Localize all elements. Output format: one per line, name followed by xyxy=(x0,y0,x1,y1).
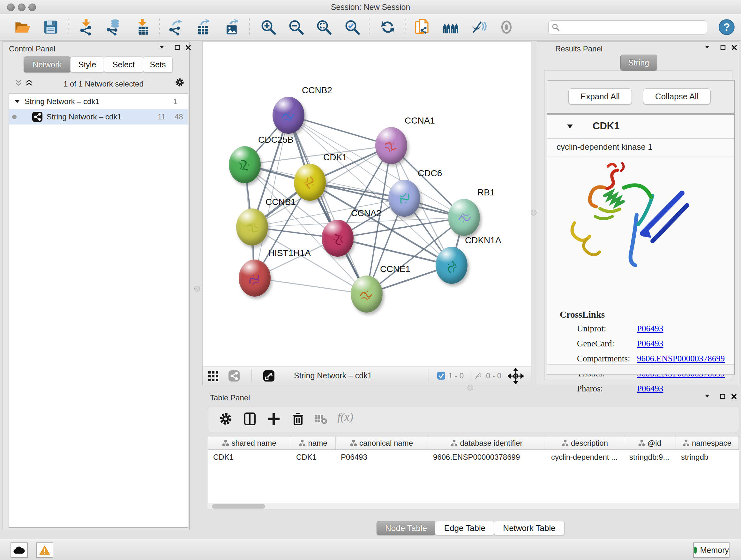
add-column-icon[interactable] xyxy=(266,412,282,427)
zoom-out-icon[interactable] xyxy=(288,19,305,36)
control-panel-float-icon[interactable] xyxy=(174,44,182,51)
column-header--id[interactable]: @id xyxy=(624,436,676,449)
tab-select[interactable]: Select xyxy=(104,57,144,72)
network-collection-row[interactable]: String Network – cdk1 1 xyxy=(9,94,188,109)
crosslink-link[interactable]: P06493 xyxy=(637,324,664,334)
network-edge[interactable] xyxy=(338,238,452,265)
refresh-layout-icon[interactable] xyxy=(380,19,396,36)
protein-node-cdkn1a[interactable] xyxy=(435,247,468,284)
left-splitter-handle[interactable] xyxy=(194,286,200,292)
zoom-fit-icon[interactable] xyxy=(316,19,332,36)
crosslink-link[interactable]: P06493 xyxy=(637,339,664,349)
grid-view-icon[interactable] xyxy=(208,371,219,383)
open-session-icon[interactable] xyxy=(14,19,31,36)
selected-checkbox-icon[interactable] xyxy=(437,371,446,381)
results-panel-collapse-icon[interactable] xyxy=(704,44,712,51)
protein-node-cdc25b[interactable] xyxy=(229,146,261,183)
protein-node-cdk1[interactable] xyxy=(294,164,326,201)
table-panel-collapse-icon[interactable] xyxy=(704,393,712,400)
column-header-namespace[interactable]: namespace xyxy=(676,436,739,449)
show-all-icon[interactable] xyxy=(498,19,515,36)
import-table-icon[interactable] xyxy=(134,19,151,36)
tab-network-table[interactable]: Network Table xyxy=(494,521,564,535)
table-settings-gear-icon[interactable] xyxy=(218,412,233,427)
table-cell[interactable]: CDK1 xyxy=(208,450,291,464)
table-horizontal-scrollbar[interactable] xyxy=(208,503,739,509)
protein-node-cdc6[interactable] xyxy=(388,180,420,217)
tab-edge-table[interactable]: Edge Table xyxy=(435,521,495,535)
delete-column-icon[interactable] xyxy=(291,412,306,427)
network-options-gear-icon[interactable] xyxy=(175,78,185,87)
results-panel-float-icon[interactable] xyxy=(720,44,728,51)
warning-status-icon[interactable] xyxy=(36,543,53,558)
collapse-all-button[interactable]: Collapse All xyxy=(643,88,711,105)
table-panel-close-icon[interactable] xyxy=(731,393,738,400)
network-edge[interactable] xyxy=(255,278,367,294)
hide-selected-icon[interactable] xyxy=(470,19,487,36)
control-panel-close-icon[interactable] xyxy=(185,44,193,51)
birdseye-view-icon[interactable] xyxy=(263,370,275,383)
zoom-selected-icon[interactable] xyxy=(344,19,360,36)
horizontal-splitter-handle[interactable] xyxy=(468,385,473,390)
first-neighbors-icon[interactable] xyxy=(442,19,459,36)
network-view-share-icon[interactable] xyxy=(228,370,240,383)
tab-node-table[interactable]: Node Table xyxy=(377,521,435,535)
table-cell[interactable]: stringdb xyxy=(676,450,739,464)
protein-node-hist1h1a[interactable] xyxy=(239,260,271,297)
table-toolbar: f(x) xyxy=(208,406,739,432)
tree-expand-icon[interactable] xyxy=(14,99,20,104)
help-icon[interactable]: ? xyxy=(718,19,735,36)
column-header-database-identifier[interactable]: database identifier xyxy=(428,436,546,449)
protein-header-row[interactable]: CDK1 xyxy=(547,115,734,138)
expand-all-button[interactable]: Expand All xyxy=(568,88,632,105)
tab-style[interactable]: Style xyxy=(70,57,105,72)
table-cell[interactable]: 9606.ENSP00000378699 xyxy=(428,450,546,464)
protein-node-ccna1[interactable] xyxy=(375,127,407,164)
table-cell[interactable]: stringdb:9... xyxy=(624,450,676,464)
export-table-icon[interactable] xyxy=(195,19,212,36)
scrollbar-thumb[interactable] xyxy=(212,504,265,509)
network-canvas[interactable]: CCNB2CCNA1CDC25BCDK1CDC6RB1CCNB1CCNA2CDK… xyxy=(202,42,531,367)
column-header-shared-name[interactable]: shared name xyxy=(208,436,291,449)
zoom-in-icon[interactable] xyxy=(260,19,277,36)
protein-node-ccnb1[interactable] xyxy=(236,208,268,246)
network-edge[interactable] xyxy=(310,182,464,217)
protein-node-ccne1[interactable] xyxy=(351,275,383,313)
protein-node-ccnb2[interactable] xyxy=(273,97,305,134)
import-network-icon[interactable] xyxy=(78,19,95,36)
expand-all-networks-icon[interactable] xyxy=(25,79,33,86)
network-row-selected[interactable]: String Network – cdk1 11 48 xyxy=(9,109,188,125)
export-network-icon[interactable] xyxy=(168,19,185,36)
tab-sets[interactable]: Sets xyxy=(143,57,173,72)
clone-network-icon[interactable] xyxy=(414,19,431,36)
right-splitter-handle[interactable] xyxy=(531,210,536,215)
tab-string[interactable]: String xyxy=(620,55,657,71)
memory-button[interactable]: Memory xyxy=(693,543,730,558)
crosslink-link[interactable]: 9606.ENSP00000378699 xyxy=(637,354,725,364)
column-header-description[interactable]: description xyxy=(546,436,624,449)
table-panel-float-icon[interactable] xyxy=(720,393,727,400)
protein-node-rb1[interactable] xyxy=(448,199,480,236)
column-header-label: description xyxy=(571,439,608,448)
save-session-icon[interactable] xyxy=(43,19,59,36)
cloud-status-icon[interactable] xyxy=(10,543,28,558)
column-header-name[interactable]: name xyxy=(291,436,336,449)
protein-collapse-icon[interactable] xyxy=(566,124,574,129)
protein-node-ccna2[interactable] xyxy=(322,220,354,257)
protein-section-scroll-strip[interactable] xyxy=(547,364,734,374)
results-panel-close-icon[interactable] xyxy=(731,44,739,51)
control-panel-collapse-icon[interactable] xyxy=(158,44,166,51)
show-columns-icon[interactable] xyxy=(243,412,258,427)
table-cell[interactable]: CDK1 xyxy=(291,450,336,464)
column-header-canonical-name[interactable]: canonical name xyxy=(336,436,428,449)
tab-network[interactable]: Network xyxy=(23,57,71,72)
network-edge[interactable] xyxy=(288,115,367,294)
pan-crosshair-icon[interactable] xyxy=(508,368,524,385)
table-cell[interactable]: P06493 xyxy=(336,450,428,464)
export-image-icon[interactable] xyxy=(224,19,240,36)
table-row[interactable]: CDK1CDK1P064939606.ENSP00000378699cyclin… xyxy=(208,450,739,464)
import-database-icon[interactable] xyxy=(105,19,122,36)
table-cell[interactable]: cyclin-dependent ... xyxy=(546,450,624,464)
collapse-all-networks-icon[interactable] xyxy=(15,79,22,86)
search-input[interactable] xyxy=(562,22,704,33)
